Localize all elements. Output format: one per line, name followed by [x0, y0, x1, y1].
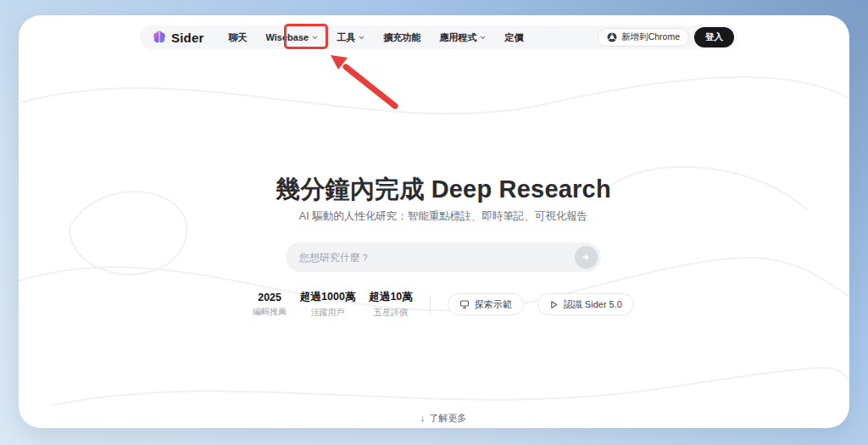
meet-sider-button[interactable]: 認識 Sider 5.0 — [537, 293, 634, 315]
stat-label: 活躍用戶 — [300, 307, 355, 319]
stat-five-star-reviews: 超過10萬 五星評價 — [369, 290, 412, 319]
stat-label: 五星評價 — [369, 307, 412, 319]
stat-label: 編輯推薦 — [253, 306, 287, 318]
meet-sider-label: 認識 Sider 5.0 — [564, 298, 622, 311]
send-arrow-icon — [581, 253, 591, 262]
stat-value: 2025 — [253, 292, 287, 303]
brand-name: Sider — [171, 31, 204, 45]
add-to-chrome-label: 新增到Chrome — [621, 31, 680, 43]
learn-more-label: 了解更多 — [429, 413, 466, 423]
main-card: Sider 聊天 Wisebase 工具 擴充功能 應用程式 — [19, 15, 849, 428]
nav-item-label: 聊天 — [229, 31, 248, 44]
hero-title: 幾分鐘內完成 Deep Research — [121, 173, 765, 207]
add-to-chrome-button[interactable]: 新增到Chrome — [598, 28, 689, 47]
stat-value: 超過10萬 — [369, 290, 412, 304]
nav-links: 聊天 Wisebase 工具 擴充功能 應用程式 定價 — [220, 25, 533, 49]
login-button[interactable]: 登入 — [694, 27, 734, 47]
presentation-icon — [459, 299, 470, 309]
annotation-red-box — [284, 24, 328, 49]
explore-demo-label: 探索示範 — [475, 298, 512, 311]
stat-value: 超過1000萬 — [300, 290, 355, 304]
nav-item-chat[interactable]: 聊天 — [220, 25, 257, 49]
down-arrow-icon: ↓ — [420, 413, 426, 423]
send-button[interactable] — [575, 246, 598, 269]
navbar-actions: 新增到Chrome 登入 — [598, 27, 734, 47]
hero-section: 幾分鐘內完成 Deep Research AI 驅動的人性化研究：智能重點標註、… — [121, 15, 765, 428]
stats-row: 2025 編輯推薦 超過1000萬 活躍用戶 超過10萬 五星評價 — [121, 290, 765, 319]
nav-item-label: 工具 — [337, 31, 355, 44]
nav-item-extensions[interactable]: 擴充功能 — [374, 25, 430, 49]
hero-subtitle: AI 驅動的人性化研究：智能重點標註、即時筆記、可視化報告 — [121, 209, 765, 224]
annotation-red-arrow — [320, 47, 405, 114]
chevron-down-icon — [359, 36, 364, 40]
chevron-down-icon — [480, 36, 486, 40]
nav-item-tools[interactable]: 工具 — [327, 25, 374, 49]
stats-divider — [430, 295, 431, 314]
play-icon — [549, 300, 559, 309]
brain-logo-icon — [152, 30, 167, 45]
nav-item-apps[interactable]: 應用程式 — [430, 25, 495, 49]
chrome-icon — [607, 32, 617, 42]
brand-logo[interactable]: Sider — [152, 30, 204, 45]
research-input[interactable] — [299, 252, 575, 264]
nav-item-label: 定價 — [504, 31, 523, 44]
nav-item-pricing[interactable]: 定價 — [495, 25, 532, 49]
nav-item-label: 擴充功能 — [383, 31, 420, 44]
page-background: Sider 聊天 Wisebase 工具 擴充功能 應用程式 — [0, 0, 868, 445]
stat-active-users: 超過1000萬 活躍用戶 — [300, 290, 355, 319]
stat-editors-choice: 2025 編輯推薦 — [253, 292, 287, 318]
research-search-bar — [286, 242, 601, 272]
nav-item-label: 應用程式 — [439, 31, 476, 44]
navbar: Sider 聊天 Wisebase 工具 擴充功能 應用程式 — [140, 25, 737, 49]
explore-demo-button[interactable]: 探索示範 — [448, 293, 524, 315]
learn-more-link[interactable]: ↓了解更多 — [359, 412, 528, 425]
